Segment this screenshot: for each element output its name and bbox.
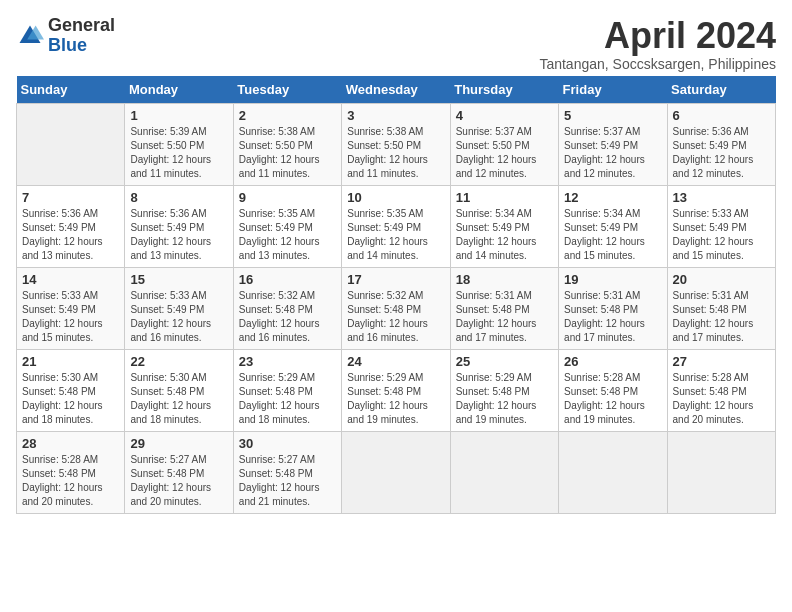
day-info: Sunrise: 5:35 AM Sunset: 5:49 PM Dayligh… (239, 207, 336, 263)
day-number: 11 (456, 190, 553, 205)
day-info: Sunrise: 5:33 AM Sunset: 5:49 PM Dayligh… (673, 207, 770, 263)
day-of-week-header: Saturday (667, 76, 775, 104)
day-number: 9 (239, 190, 336, 205)
calendar-week-row: 28Sunrise: 5:28 AM Sunset: 5:48 PM Dayli… (17, 431, 776, 513)
calendar-cell: 21Sunrise: 5:30 AM Sunset: 5:48 PM Dayli… (17, 349, 125, 431)
day-info: Sunrise: 5:28 AM Sunset: 5:48 PM Dayligh… (22, 453, 119, 509)
logo-icon (16, 22, 44, 50)
calendar-week-row: 14Sunrise: 5:33 AM Sunset: 5:49 PM Dayli… (17, 267, 776, 349)
calendar-cell: 1Sunrise: 5:39 AM Sunset: 5:50 PM Daylig… (125, 103, 233, 185)
calendar-table: SundayMondayTuesdayWednesdayThursdayFrid… (16, 76, 776, 514)
day-number: 3 (347, 108, 444, 123)
calendar-cell: 15Sunrise: 5:33 AM Sunset: 5:49 PM Dayli… (125, 267, 233, 349)
day-number: 26 (564, 354, 661, 369)
calendar-cell: 8Sunrise: 5:36 AM Sunset: 5:49 PM Daylig… (125, 185, 233, 267)
day-number: 6 (673, 108, 770, 123)
calendar-cell: 30Sunrise: 5:27 AM Sunset: 5:48 PM Dayli… (233, 431, 341, 513)
logo-blue-text: Blue (48, 35, 87, 55)
calendar-cell (17, 103, 125, 185)
day-info: Sunrise: 5:30 AM Sunset: 5:48 PM Dayligh… (130, 371, 227, 427)
day-of-week-header: Tuesday (233, 76, 341, 104)
day-info: Sunrise: 5:32 AM Sunset: 5:48 PM Dayligh… (347, 289, 444, 345)
logo-general-text: General (48, 15, 115, 35)
day-info: Sunrise: 5:31 AM Sunset: 5:48 PM Dayligh… (564, 289, 661, 345)
day-info: Sunrise: 5:29 AM Sunset: 5:48 PM Dayligh… (347, 371, 444, 427)
calendar-cell: 24Sunrise: 5:29 AM Sunset: 5:48 PM Dayli… (342, 349, 450, 431)
day-of-week-header: Monday (125, 76, 233, 104)
day-number: 15 (130, 272, 227, 287)
calendar-cell (450, 431, 558, 513)
day-info: Sunrise: 5:34 AM Sunset: 5:49 PM Dayligh… (564, 207, 661, 263)
day-info: Sunrise: 5:29 AM Sunset: 5:48 PM Dayligh… (456, 371, 553, 427)
month-title: April 2024 (539, 16, 776, 56)
calendar-cell: 2Sunrise: 5:38 AM Sunset: 5:50 PM Daylig… (233, 103, 341, 185)
calendar-cell: 22Sunrise: 5:30 AM Sunset: 5:48 PM Dayli… (125, 349, 233, 431)
day-number: 25 (456, 354, 553, 369)
title-section: April 2024 Tantangan, Soccsksargen, Phil… (539, 16, 776, 72)
day-of-week-header: Friday (559, 76, 667, 104)
day-info: Sunrise: 5:36 AM Sunset: 5:49 PM Dayligh… (22, 207, 119, 263)
calendar-cell: 16Sunrise: 5:32 AM Sunset: 5:48 PM Dayli… (233, 267, 341, 349)
day-number: 22 (130, 354, 227, 369)
calendar-week-row: 7Sunrise: 5:36 AM Sunset: 5:49 PM Daylig… (17, 185, 776, 267)
day-info: Sunrise: 5:31 AM Sunset: 5:48 PM Dayligh… (456, 289, 553, 345)
day-number: 8 (130, 190, 227, 205)
calendar-week-row: 21Sunrise: 5:30 AM Sunset: 5:48 PM Dayli… (17, 349, 776, 431)
calendar-cell: 25Sunrise: 5:29 AM Sunset: 5:48 PM Dayli… (450, 349, 558, 431)
day-info: Sunrise: 5:35 AM Sunset: 5:49 PM Dayligh… (347, 207, 444, 263)
day-number: 7 (22, 190, 119, 205)
day-number: 20 (673, 272, 770, 287)
page-header: General Blue April 2024 Tantangan, Soccs… (16, 16, 776, 72)
day-number: 17 (347, 272, 444, 287)
day-info: Sunrise: 5:27 AM Sunset: 5:48 PM Dayligh… (239, 453, 336, 509)
calendar-week-row: 1Sunrise: 5:39 AM Sunset: 5:50 PM Daylig… (17, 103, 776, 185)
calendar-cell: 9Sunrise: 5:35 AM Sunset: 5:49 PM Daylig… (233, 185, 341, 267)
calendar-cell: 11Sunrise: 5:34 AM Sunset: 5:49 PM Dayli… (450, 185, 558, 267)
day-info: Sunrise: 5:37 AM Sunset: 5:50 PM Dayligh… (456, 125, 553, 181)
day-number: 16 (239, 272, 336, 287)
day-info: Sunrise: 5:36 AM Sunset: 5:49 PM Dayligh… (130, 207, 227, 263)
calendar-cell (559, 431, 667, 513)
day-number: 19 (564, 272, 661, 287)
day-info: Sunrise: 5:28 AM Sunset: 5:48 PM Dayligh… (564, 371, 661, 427)
logo: General Blue (16, 16, 115, 56)
calendar-cell: 23Sunrise: 5:29 AM Sunset: 5:48 PM Dayli… (233, 349, 341, 431)
day-info: Sunrise: 5:32 AM Sunset: 5:48 PM Dayligh… (239, 289, 336, 345)
day-number: 14 (22, 272, 119, 287)
day-of-week-header: Wednesday (342, 76, 450, 104)
day-info: Sunrise: 5:33 AM Sunset: 5:49 PM Dayligh… (22, 289, 119, 345)
day-info: Sunrise: 5:37 AM Sunset: 5:49 PM Dayligh… (564, 125, 661, 181)
calendar-cell: 28Sunrise: 5:28 AM Sunset: 5:48 PM Dayli… (17, 431, 125, 513)
calendar-cell: 14Sunrise: 5:33 AM Sunset: 5:49 PM Dayli… (17, 267, 125, 349)
day-info: Sunrise: 5:33 AM Sunset: 5:49 PM Dayligh… (130, 289, 227, 345)
day-number: 24 (347, 354, 444, 369)
day-number: 4 (456, 108, 553, 123)
calendar-cell: 27Sunrise: 5:28 AM Sunset: 5:48 PM Dayli… (667, 349, 775, 431)
day-info: Sunrise: 5:38 AM Sunset: 5:50 PM Dayligh… (239, 125, 336, 181)
calendar-cell: 7Sunrise: 5:36 AM Sunset: 5:49 PM Daylig… (17, 185, 125, 267)
day-number: 23 (239, 354, 336, 369)
calendar-cell: 4Sunrise: 5:37 AM Sunset: 5:50 PM Daylig… (450, 103, 558, 185)
location: Tantangan, Soccsksargen, Philippines (539, 56, 776, 72)
day-info: Sunrise: 5:27 AM Sunset: 5:48 PM Dayligh… (130, 453, 227, 509)
calendar-header-row: SundayMondayTuesdayWednesdayThursdayFrid… (17, 76, 776, 104)
day-number: 2 (239, 108, 336, 123)
day-number: 21 (22, 354, 119, 369)
day-number: 12 (564, 190, 661, 205)
day-info: Sunrise: 5:30 AM Sunset: 5:48 PM Dayligh… (22, 371, 119, 427)
day-number: 29 (130, 436, 227, 451)
calendar-cell: 19Sunrise: 5:31 AM Sunset: 5:48 PM Dayli… (559, 267, 667, 349)
calendar-cell: 6Sunrise: 5:36 AM Sunset: 5:49 PM Daylig… (667, 103, 775, 185)
day-number: 13 (673, 190, 770, 205)
day-info: Sunrise: 5:36 AM Sunset: 5:49 PM Dayligh… (673, 125, 770, 181)
calendar-cell (667, 431, 775, 513)
day-number: 5 (564, 108, 661, 123)
calendar-cell: 18Sunrise: 5:31 AM Sunset: 5:48 PM Dayli… (450, 267, 558, 349)
day-number: 10 (347, 190, 444, 205)
day-info: Sunrise: 5:38 AM Sunset: 5:50 PM Dayligh… (347, 125, 444, 181)
day-number: 28 (22, 436, 119, 451)
calendar-cell: 10Sunrise: 5:35 AM Sunset: 5:49 PM Dayli… (342, 185, 450, 267)
calendar-cell (342, 431, 450, 513)
calendar-cell: 3Sunrise: 5:38 AM Sunset: 5:50 PM Daylig… (342, 103, 450, 185)
day-info: Sunrise: 5:29 AM Sunset: 5:48 PM Dayligh… (239, 371, 336, 427)
